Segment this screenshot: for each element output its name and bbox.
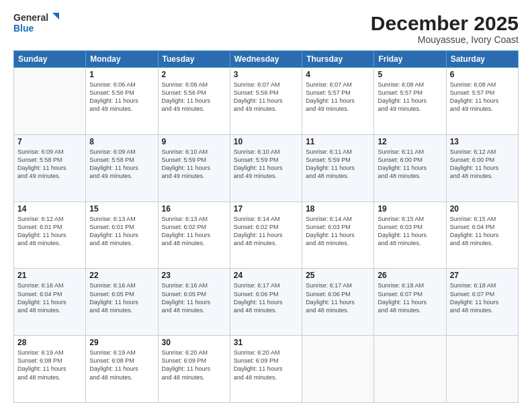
- calendar-week-row: 28 Sunrise: 6:19 AM Sunset: 6:08 PM Dayl…: [14, 336, 519, 403]
- header: General Blue December 2025 Mouyassue, Iv…: [13, 12, 519, 45]
- day-number: 20: [450, 204, 515, 214]
- table-row: 3 Sunrise: 6:07 AM Sunset: 5:56 PM Dayli…: [230, 68, 302, 135]
- day-info: Sunrise: 6:07 AM Sunset: 5:57 PM Dayligh…: [306, 81, 370, 113]
- day-info: Sunrise: 6:14 AM Sunset: 6:03 PM Dayligh…: [306, 215, 370, 248]
- table-row: 6 Sunrise: 6:08 AM Sunset: 5:57 PM Dayli…: [446, 68, 518, 135]
- day-number: 19: [378, 204, 442, 214]
- day-info: Sunrise: 6:16 AM Sunset: 6:04 PM Dayligh…: [17, 281, 82, 314]
- col-monday: Monday: [86, 51, 158, 68]
- table-row: [14, 68, 86, 135]
- day-info: Sunrise: 6:19 AM Sunset: 6:08 PM Dayligh…: [17, 349, 82, 381]
- day-info: Sunrise: 6:09 AM Sunset: 5:58 PM Dayligh…: [17, 148, 82, 181]
- table-row: 28 Sunrise: 6:19 AM Sunset: 6:08 PM Dayl…: [14, 336, 86, 403]
- day-number: 18: [306, 204, 370, 214]
- table-row: 27 Sunrise: 6:18 AM Sunset: 6:07 PM Dayl…: [446, 269, 518, 336]
- table-row: 21 Sunrise: 6:16 AM Sunset: 6:04 PM Dayl…: [14, 269, 86, 336]
- day-number: 12: [378, 137, 442, 146]
- day-number: 28: [17, 338, 82, 347]
- day-info: Sunrise: 6:09 AM Sunset: 5:58 PM Dayligh…: [89, 148, 154, 181]
- col-thursday: Thursday: [302, 51, 374, 68]
- day-number: 3: [234, 70, 298, 79]
- day-number: 30: [162, 338, 226, 347]
- table-row: 4 Sunrise: 6:07 AM Sunset: 5:57 PM Dayli…: [302, 68, 374, 135]
- table-row: 14 Sunrise: 6:12 AM Sunset: 6:01 PM Dayl…: [14, 201, 86, 269]
- day-number: 15: [89, 204, 154, 214]
- day-info: Sunrise: 6:11 AM Sunset: 5:59 PM Dayligh…: [306, 148, 370, 181]
- logo-triangle-icon: [50, 13, 59, 22]
- table-row: 11 Sunrise: 6:11 AM Sunset: 5:59 PM Dayl…: [302, 134, 374, 201]
- day-info: Sunrise: 6:18 AM Sunset: 6:07 PM Dayligh…: [450, 281, 515, 314]
- day-number: 14: [17, 204, 82, 214]
- day-number: 7: [17, 137, 82, 146]
- calendar-week-row: 7 Sunrise: 6:09 AM Sunset: 5:58 PM Dayli…: [14, 134, 519, 201]
- day-number: 13: [450, 137, 515, 146]
- day-info: Sunrise: 6:10 AM Sunset: 5:59 PM Dayligh…: [234, 148, 298, 181]
- table-row: 5 Sunrise: 6:08 AM Sunset: 5:57 PM Dayli…: [374, 68, 446, 135]
- page: General Blue December 2025 Mouyassue, Iv…: [0, 0, 532, 411]
- day-info: Sunrise: 6:15 AM Sunset: 6:03 PM Dayligh…: [378, 215, 442, 248]
- table-row: 25 Sunrise: 6:17 AM Sunset: 6:06 PM Dayl…: [302, 269, 374, 336]
- day-info: Sunrise: 6:08 AM Sunset: 5:57 PM Dayligh…: [378, 81, 442, 113]
- day-info: Sunrise: 6:18 AM Sunset: 6:07 PM Dayligh…: [378, 281, 442, 314]
- day-info: Sunrise: 6:12 AM Sunset: 6:00 PM Dayligh…: [450, 148, 515, 181]
- table-row: 10 Sunrise: 6:10 AM Sunset: 5:59 PM Dayl…: [230, 134, 302, 201]
- day-info: Sunrise: 6:15 AM Sunset: 6:04 PM Dayligh…: [450, 215, 515, 248]
- day-number: 27: [450, 271, 515, 280]
- day-number: 2: [162, 70, 226, 79]
- table-row: 31 Sunrise: 6:20 AM Sunset: 6:09 PM Dayl…: [230, 336, 302, 403]
- col-wednesday: Wednesday: [230, 51, 302, 68]
- day-number: 6: [450, 70, 515, 79]
- day-info: Sunrise: 6:20 AM Sunset: 6:09 PM Dayligh…: [234, 349, 298, 381]
- table-row: 2 Sunrise: 6:06 AM Sunset: 5:56 PM Dayli…: [158, 68, 230, 135]
- logo-wordmark: General Blue: [13, 12, 59, 34]
- table-row: 12 Sunrise: 6:11 AM Sunset: 6:00 PM Dayl…: [374, 134, 446, 201]
- table-row: [302, 336, 374, 403]
- day-info: Sunrise: 6:16 AM Sunset: 6:05 PM Dayligh…: [89, 281, 154, 314]
- title-block: December 2025 Mouyassue, Ivory Coast: [371, 12, 519, 45]
- day-info: Sunrise: 6:06 AM Sunset: 5:56 PM Dayligh…: [89, 81, 154, 113]
- logo-blue-text: Blue: [13, 23, 34, 34]
- header-row: Sunday Monday Tuesday Wednesday Thursday…: [14, 51, 519, 68]
- day-number: 10: [234, 137, 298, 146]
- day-info: Sunrise: 6:08 AM Sunset: 5:57 PM Dayligh…: [450, 81, 515, 113]
- col-tuesday: Tuesday: [158, 51, 230, 68]
- day-info: Sunrise: 6:13 AM Sunset: 6:02 PM Dayligh…: [162, 215, 226, 248]
- day-info: Sunrise: 6:13 AM Sunset: 6:01 PM Dayligh…: [89, 215, 154, 248]
- table-row: 17 Sunrise: 6:14 AM Sunset: 6:02 PM Dayl…: [230, 201, 302, 269]
- table-row: 9 Sunrise: 6:10 AM Sunset: 5:59 PM Dayli…: [158, 134, 230, 201]
- day-info: Sunrise: 6:14 AM Sunset: 6:02 PM Dayligh…: [234, 215, 298, 248]
- day-info: Sunrise: 6:19 AM Sunset: 6:08 PM Dayligh…: [89, 349, 154, 381]
- day-info: Sunrise: 6:06 AM Sunset: 5:56 PM Dayligh…: [162, 81, 226, 113]
- day-number: 23: [162, 271, 226, 280]
- table-row: 22 Sunrise: 6:16 AM Sunset: 6:05 PM Dayl…: [86, 269, 158, 336]
- table-row: 20 Sunrise: 6:15 AM Sunset: 6:04 PM Dayl…: [446, 201, 518, 269]
- logo-general-text: General: [13, 12, 48, 23]
- day-number: 5: [378, 70, 442, 79]
- logo: General Blue: [13, 12, 59, 34]
- day-number: 8: [89, 137, 154, 146]
- day-number: 4: [306, 70, 370, 79]
- day-number: 16: [162, 204, 226, 214]
- day-info: Sunrise: 6:16 AM Sunset: 6:05 PM Dayligh…: [162, 281, 226, 314]
- day-info: Sunrise: 6:17 AM Sunset: 6:06 PM Dayligh…: [306, 281, 370, 314]
- day-number: 22: [89, 271, 154, 280]
- calendar-subtitle: Mouyassue, Ivory Coast: [371, 34, 519, 45]
- day-info: Sunrise: 6:07 AM Sunset: 5:56 PM Dayligh…: [234, 81, 298, 113]
- day-info: Sunrise: 6:11 AM Sunset: 6:00 PM Dayligh…: [378, 148, 442, 181]
- calendar-week-row: 1 Sunrise: 6:06 AM Sunset: 5:56 PM Dayli…: [14, 68, 519, 135]
- day-number: 26: [378, 271, 442, 280]
- table-row: 8 Sunrise: 6:09 AM Sunset: 5:58 PM Dayli…: [86, 134, 158, 201]
- table-row: 29 Sunrise: 6:19 AM Sunset: 6:08 PM Dayl…: [86, 336, 158, 403]
- calendar-title: December 2025: [371, 12, 519, 34]
- day-number: 25: [306, 271, 370, 280]
- day-number: 1: [89, 70, 154, 79]
- col-sunday: Sunday: [14, 51, 86, 68]
- calendar-week-row: 14 Sunrise: 6:12 AM Sunset: 6:01 PM Dayl…: [14, 201, 519, 269]
- table-row: 18 Sunrise: 6:14 AM Sunset: 6:03 PM Dayl…: [302, 201, 374, 269]
- table-row: 23 Sunrise: 6:16 AM Sunset: 6:05 PM Dayl…: [158, 269, 230, 336]
- calendar-week-row: 21 Sunrise: 6:16 AM Sunset: 6:04 PM Dayl…: [14, 269, 519, 336]
- col-saturday: Saturday: [446, 51, 518, 68]
- day-info: Sunrise: 6:17 AM Sunset: 6:06 PM Dayligh…: [234, 281, 298, 314]
- day-info: Sunrise: 6:10 AM Sunset: 5:59 PM Dayligh…: [162, 148, 226, 181]
- table-row: 30 Sunrise: 6:20 AM Sunset: 6:09 PM Dayl…: [158, 336, 230, 403]
